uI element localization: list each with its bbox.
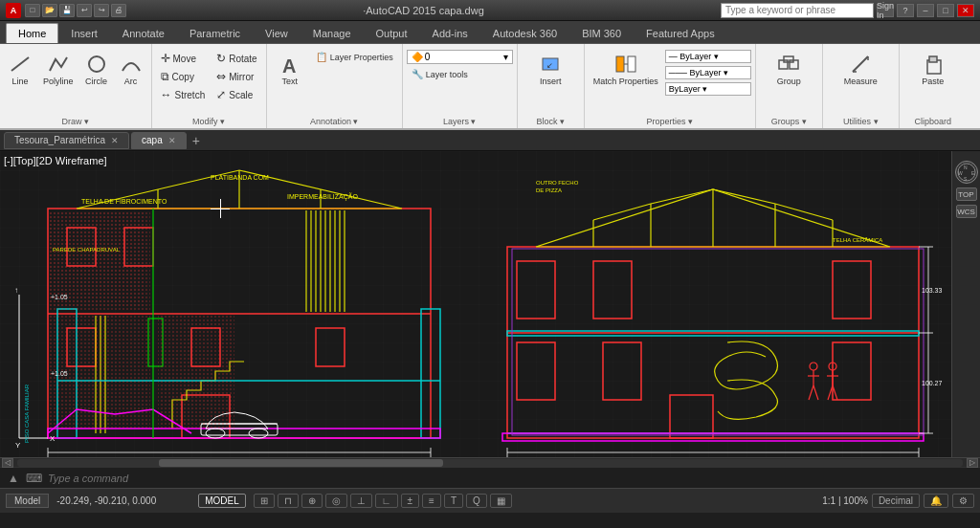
text-icon: A <box>278 53 301 76</box>
bylayer-row-2: ─── ByLayer ▾ <box>665 66 751 79</box>
tspace-button[interactable]: T <box>444 494 463 508</box>
tab-manage[interactable]: Manage <box>301 23 364 43</box>
match-properties-button[interactable]: Match Properties <box>589 50 663 90</box>
sel-button[interactable]: ▦ <box>490 494 512 508</box>
properties-group-content: Match Properties — ByLayer ▾ ─── ByLayer… <box>589 46 751 126</box>
svg-text:PLATIBANDA COM: PLATIBANDA COM <box>211 174 269 181</box>
stretch-button[interactable]: ↔ Stretch <box>156 86 211 103</box>
add-tab-button[interactable]: + <box>189 133 204 148</box>
ducs-button[interactable]: ∟ <box>375 494 398 508</box>
rotate-button[interactable]: ↻ Rotate <box>212 50 261 67</box>
bylayer-dropdown-3[interactable]: ByLayer ▾ <box>665 82 751 96</box>
circle-button[interactable]: Circle <box>80 50 113 90</box>
bylayer-dropdown-2[interactable]: ─── ByLayer ▾ <box>665 66 751 79</box>
dyn-button[interactable]: ± <box>401 494 420 508</box>
stretch-label: Stretch <box>175 90 206 100</box>
qa-save[interactable]: 💾 <box>59 4 75 17</box>
tab-bim360[interactable]: BIM 360 <box>569 23 634 43</box>
layer-btn-1[interactable]: 🔧Layer tools <box>407 67 513 81</box>
measure-icon <box>849 53 872 76</box>
qa-open[interactable]: 📂 <box>42 4 57 17</box>
scroll-track[interactable] <box>17 459 963 467</box>
qa-new[interactable]: □ <box>25 4 40 17</box>
qp-button[interactable]: Q <box>466 494 487 508</box>
ribbon-group-groups: Group Groups ▾ <box>756 44 823 128</box>
measure-button[interactable]: Measure <box>839 50 882 90</box>
utilities-group-content: Measure <box>827 46 895 126</box>
cad-canvas[interactable]: [-][Top][2D Wireframe] <box>0 151 951 457</box>
osnap-button[interactable]: ◎ <box>325 494 347 508</box>
scroll-thumb[interactable] <box>159 459 442 467</box>
ortho-button[interactable]: ⊓ <box>278 494 299 508</box>
command-icon-1[interactable]: ▲ <box>6 472 21 485</box>
tab-capa[interactable]: capa ✕ <box>131 132 187 149</box>
tab-annotate[interactable]: Annotate <box>110 23 177 43</box>
polar-button[interactable]: ⊕ <box>301 494 323 508</box>
arc-button[interactable]: Arc <box>115 50 147 90</box>
line-icon <box>9 53 32 76</box>
tab-view[interactable]: View <box>253 23 301 43</box>
svg-rect-5 <box>616 56 624 72</box>
notifications-button[interactable]: 🔔 <box>924 494 948 508</box>
tab-tesoura[interactable]: Tesoura_Paramétrica ✕ <box>4 132 129 149</box>
mirror-button[interactable]: ⇔ Mirror <box>212 68 261 85</box>
restore-button[interactable]: □ <box>937 4 954 17</box>
ribbon-group-properties: Match Properties — ByLayer ▾ ─── ByLayer… <box>585 44 756 128</box>
tab-home[interactable]: Home <box>6 23 58 43</box>
svg-line-11 <box>853 56 868 72</box>
copy-button[interactable]: ⧉ Copy <box>156 68 211 85</box>
move-button[interactable]: ✛ Move <box>156 50 211 67</box>
qa-undo[interactable]: ↩ <box>77 4 92 17</box>
clipboard-group-content: Paste <box>903 46 963 126</box>
compass-widget[interactable]: N S W E <box>955 161 978 184</box>
tab-360[interactable]: Autodesk 360 <box>480 23 569 43</box>
line-button[interactable]: Line <box>4 50 36 90</box>
command-icon-2[interactable]: ⌨ <box>24 472 44 485</box>
model-button[interactable]: Model <box>6 494 49 508</box>
minimize-button[interactable]: – <box>917 4 934 17</box>
block-group-content: ↙ Insert <box>522 46 580 126</box>
text-button[interactable]: A Text <box>271 50 309 90</box>
scale-button[interactable]: ⤢ Scale <box>212 86 261 103</box>
qa-redo[interactable]: ↪ <box>94 4 109 17</box>
sign-in-button[interactable]: Sign In <box>877 4 894 17</box>
scroll-left-button[interactable]: ◁ <box>2 458 13 468</box>
paste-icon <box>922 53 945 76</box>
scroll-right-button[interactable]: ▷ <box>967 458 978 468</box>
wcs-button[interactable]: WCS <box>956 205 977 218</box>
tab-insert[interactable]: Insert <box>58 23 110 43</box>
lweight-button[interactable]: ≡ <box>422 494 441 508</box>
search-input[interactable] <box>721 3 874 18</box>
tab-addins[interactable]: Add-ins <box>420 23 480 43</box>
horizontal-scrollbar[interactable]: ◁ ▷ <box>0 457 980 467</box>
tab-output[interactable]: Output <box>364 23 420 43</box>
qa-plot[interactable]: 🖨 <box>111 4 126 17</box>
rotate-icon: ↻ <box>216 52 226 65</box>
paste-button[interactable]: Paste <box>917 50 949 90</box>
layer-dropdown[interactable]: 🔶0▾ <box>407 50 513 64</box>
close-button[interactable]: ✕ <box>957 4 974 17</box>
layer-properties-button[interactable]: 📋 Layer Properties <box>311 50 398 64</box>
settings-button[interactable]: ⚙ <box>952 494 974 508</box>
group-button[interactable]: Group <box>772 50 806 90</box>
snap-button[interactable]: ⊞ <box>254 494 275 508</box>
modify-stack: ✛ Move ⧉ Copy ↔ Stretch <box>156 50 211 103</box>
tab-parametric[interactable]: Parametric <box>177 23 253 43</box>
tab-capa-close[interactable]: ✕ <box>168 136 176 145</box>
help-button[interactable]: ? <box>897 4 914 17</box>
polyline-button[interactable]: Polyline <box>38 50 78 90</box>
top-view-button[interactable]: TOP <box>956 187 977 201</box>
svg-rect-15 <box>929 56 937 62</box>
rotate-label: Rotate <box>229 54 256 64</box>
command-input[interactable] <box>48 473 974 484</box>
units-display[interactable]: Decimal <box>872 494 920 508</box>
svg-text:IMPERMEABILIZAÇÃO: IMPERMEABILIZAÇÃO <box>287 192 358 201</box>
match-props-icon <box>614 53 637 76</box>
bylayer-dropdown-1[interactable]: — ByLayer ▾ <box>665 50 751 63</box>
text-label: Text <box>281 77 298 87</box>
tab-featured[interactable]: Featured Apps <box>634 23 727 43</box>
model-mode-button[interactable]: MODEL <box>198 494 246 508</box>
tab-tesoura-close[interactable]: ✕ <box>111 136 119 145</box>
insert-button[interactable]: ↙ Insert <box>534 50 567 90</box>
otrack-button[interactable]: ⊥ <box>350 494 372 508</box>
